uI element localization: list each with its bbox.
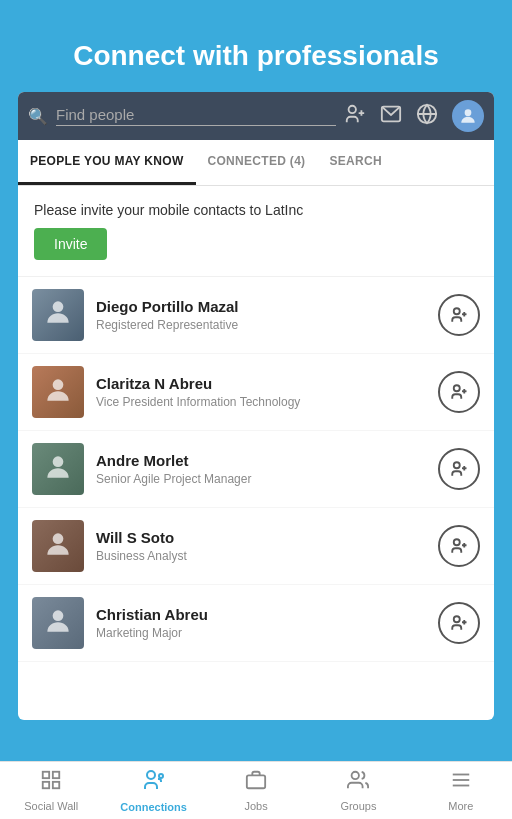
person-info: Diego Portillo Mazal Registered Represen… xyxy=(96,298,438,332)
list-item: Christian Abreu Marketing Major xyxy=(18,585,494,662)
nav-label-connections: Connections xyxy=(120,801,187,813)
connect-button[interactable] xyxy=(438,294,480,336)
invite-button[interactable]: Invite xyxy=(34,228,107,260)
svg-point-16 xyxy=(454,462,460,468)
svg-point-19 xyxy=(53,533,64,544)
nav-label-more: More xyxy=(448,800,473,812)
globe-icon[interactable] xyxy=(416,103,438,130)
main-card: 🔍 xyxy=(18,92,494,720)
svg-rect-28 xyxy=(53,772,59,778)
connect-button[interactable] xyxy=(438,448,480,490)
page-title: Connect with professionals xyxy=(20,40,492,72)
svg-point-7 xyxy=(53,301,64,312)
header-section: Connect with professionals xyxy=(0,0,512,92)
svg-rect-34 xyxy=(247,775,265,788)
svg-point-20 xyxy=(454,539,460,545)
avatar xyxy=(32,366,84,418)
person-title: Registered Representative xyxy=(96,318,438,332)
connections-icon xyxy=(142,768,166,797)
person-name: Diego Portillo Mazal xyxy=(96,298,438,315)
connect-button[interactable] xyxy=(438,525,480,567)
svg-point-31 xyxy=(147,771,155,779)
list-item: Will S Soto Business Analyst xyxy=(18,508,494,585)
avatar xyxy=(32,289,84,341)
svg-point-24 xyxy=(454,616,460,622)
person-name: Will S Soto xyxy=(96,529,438,546)
nav-item-jobs[interactable]: Jobs xyxy=(205,763,307,818)
avatar xyxy=(32,443,84,495)
nav-item-more[interactable]: More xyxy=(410,763,512,818)
avatar xyxy=(32,520,84,572)
search-input[interactable] xyxy=(56,106,336,126)
search-bar: 🔍 xyxy=(18,92,494,140)
svg-point-0 xyxy=(349,105,356,112)
person-name: Andre Morlet xyxy=(96,452,438,469)
person-info: Will S Soto Business Analyst xyxy=(96,529,438,563)
nav-item-groups[interactable]: Groups xyxy=(307,763,409,818)
svg-point-12 xyxy=(454,385,460,391)
search-icon: 🔍 xyxy=(28,107,48,126)
tab-search[interactable]: SEARCH xyxy=(317,140,393,185)
nav-item-social-wall[interactable]: Social Wall xyxy=(0,763,102,818)
svg-point-11 xyxy=(53,379,64,390)
tabs-bar: PEOPLE YOU MAY KNOW CONNECTED (4) SEARCH xyxy=(18,140,494,186)
person-name: Claritza N Abreu xyxy=(96,375,438,392)
connect-button[interactable] xyxy=(438,602,480,644)
social-wall-icon xyxy=(40,769,62,796)
connect-button[interactable] xyxy=(438,371,480,413)
nav-label-groups: Groups xyxy=(340,800,376,812)
invite-text: Please invite your mobile contacts to La… xyxy=(34,202,478,218)
svg-rect-30 xyxy=(53,782,59,788)
svg-rect-29 xyxy=(43,782,49,788)
svg-point-6 xyxy=(465,109,472,116)
svg-point-35 xyxy=(352,772,359,779)
person-title: Senior Agile Project Manager xyxy=(96,472,438,486)
list-item: Andre Morlet Senior Agile Project Manage… xyxy=(18,431,494,508)
svg-point-15 xyxy=(53,456,64,467)
tab-connected[interactable]: CONNECTED (4) xyxy=(196,140,318,185)
person-info: Claritza N Abreu Vice President Informat… xyxy=(96,375,438,409)
svg-rect-27 xyxy=(43,772,49,778)
svg-point-8 xyxy=(454,308,460,314)
jobs-icon xyxy=(245,769,267,796)
person-info: Christian Abreu Marketing Major xyxy=(96,606,438,640)
invite-banner: Please invite your mobile contacts to La… xyxy=(18,186,494,277)
user-avatar[interactable] xyxy=(452,100,484,132)
nav-label-jobs: Jobs xyxy=(244,800,267,812)
person-name: Christian Abreu xyxy=(96,606,438,623)
mail-icon[interactable] xyxy=(380,103,402,130)
person-title: Marketing Major xyxy=(96,626,438,640)
nav-label-social-wall: Social Wall xyxy=(24,800,78,812)
person-info: Andre Morlet Senior Agile Project Manage… xyxy=(96,452,438,486)
add-person-icon[interactable] xyxy=(344,103,366,130)
search-actions xyxy=(344,100,484,132)
bottom-nav: Social Wall Connections Jobs Groups xyxy=(0,761,512,819)
more-icon xyxy=(450,769,472,796)
avatar xyxy=(32,597,84,649)
content-area: Please invite your mobile contacts to La… xyxy=(18,186,494,662)
svg-point-23 xyxy=(53,610,64,621)
tab-people-you-may-know[interactable]: PEOPLE YOU MAY KNOW xyxy=(18,140,196,185)
svg-point-32 xyxy=(159,774,163,778)
nav-item-connections[interactable]: Connections xyxy=(102,762,204,819)
list-item: Claritza N Abreu Vice President Informat… xyxy=(18,354,494,431)
groups-icon xyxy=(347,769,369,796)
person-title: Vice President Information Technology xyxy=(96,395,438,409)
list-item: Diego Portillo Mazal Registered Represen… xyxy=(18,277,494,354)
person-title: Business Analyst xyxy=(96,549,438,563)
